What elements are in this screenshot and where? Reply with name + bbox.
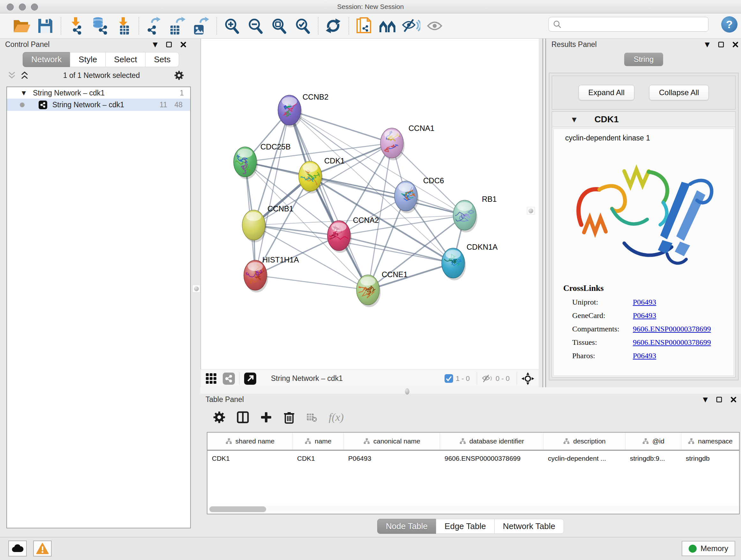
tab-node-table[interactable]: Node Table [377,519,436,534]
edge-HIST1H1A-CCNE1[interactable] [255,275,368,290]
tab-edge-table[interactable]: Edge Table [436,519,495,534]
tab-network[interactable]: Network [23,52,70,67]
column-header-database-identifier[interactable]: database identifier [440,433,543,450]
close-panel-icon[interactable] [180,42,186,48]
edge-CDKN1A-CCNE1[interactable] [368,263,453,290]
warning-status-button[interactable] [33,541,52,557]
crosslink-link[interactable]: 9606.ENSP00000378699 [633,325,711,333]
add-column-icon[interactable] [260,412,272,423]
function-builder-button[interactable]: f(x) [329,411,344,423]
show-columns-icon[interactable] [237,411,249,423]
show-all-button[interactable] [425,16,444,36]
node-CCNA1[interactable] [381,128,405,160]
tab-network-table[interactable]: Network Table [494,519,564,534]
zoom-in-button[interactable] [222,16,241,36]
network-collection-row[interactable]: ▼ String Network – cdk1 1 [7,87,190,99]
edge-CCNB2-CCNE1[interactable] [289,110,368,290]
horizontal-splitter[interactable] [200,387,741,394]
node-RB1[interactable] [447,200,477,233]
export-image-button[interactable] [192,16,211,36]
right-splitter-grip[interactable] [527,207,535,214]
column-header-canonical-name[interactable]: canonical name [344,433,440,450]
refresh-button[interactable] [324,16,343,36]
close-panel-icon[interactable] [731,396,737,402]
scrollbar-thumb[interactable] [209,506,266,512]
crosslink-link[interactable]: 9606.ENSP00000378699 [633,338,711,347]
open-session-button[interactable] [12,16,31,36]
right-splitter[interactable] [542,39,546,387]
network-row-selected[interactable]: String Network – cdk1 11 48 [7,99,190,111]
network-thumbnail-icon[interactable] [223,373,235,385]
search-field[interactable] [549,17,709,32]
edge-CCNB2-CCNA1[interactable] [289,110,392,143]
float-panel-icon[interactable] [716,396,722,402]
table-cell[interactable]: stringdb:9... [625,450,681,466]
crosslink-link[interactable]: P06493 [633,352,656,360]
tab-sets[interactable]: Sets [145,52,179,67]
expand-all-icon[interactable] [20,71,29,79]
float-panel-icon[interactable] [718,42,724,48]
float-panel-icon[interactable] [166,42,172,48]
node-CCNB2[interactable] [278,95,302,127]
column-header-shared-name[interactable]: shared name [207,433,293,450]
table-horizontal-scrollbar[interactable] [208,505,738,513]
collapse-all-icon[interactable] [8,71,16,79]
node-CCNA2[interactable] [326,221,352,253]
detach-view-icon[interactable] [244,373,256,385]
edge-CCNB1-CCNA2[interactable] [254,225,339,236]
import-table-button[interactable] [114,16,133,36]
zoom-out-button[interactable] [246,16,265,36]
export-table-button[interactable] [168,16,187,36]
panel-menu-caret-icon[interactable]: ▼ [153,41,158,48]
expand-all-button[interactable]: Expand All [579,85,634,100]
cascade-windows-button[interactable] [378,16,397,36]
tab-string[interactable]: String [624,53,664,66]
save-session-button[interactable] [36,16,55,36]
search-input[interactable] [562,18,708,30]
table-options-gear-icon[interactable] [213,411,225,423]
table-row[interactable]: CDK1CDK1P064939606.ENSP00000378699cyclin… [207,450,739,466]
close-panel-icon[interactable] [732,42,738,48]
crosslink-link[interactable]: P06493 [633,298,656,307]
column-header-@id[interactable]: @id [625,433,681,450]
node-HIST1H1A[interactable] [244,260,269,293]
hide-selected-button[interactable] [401,16,421,36]
fit-content-button[interactable] [269,16,288,36]
import-network-file-button[interactable] [66,16,85,36]
node-CCNB1[interactable] [242,210,266,242]
network-options-gear-icon[interactable] [174,71,184,80]
duplicate-network-button[interactable] [354,16,374,36]
section-expander-icon[interactable]: ▼ [572,116,577,123]
left-splitter[interactable] [200,39,201,369]
gene-section-header[interactable]: ▼ CDK1 [552,112,735,127]
import-network-database-button[interactable] [90,16,109,36]
crosslink-link[interactable]: P06493 [633,311,656,320]
cloud-status-button[interactable] [8,541,27,557]
clear-table-icon[interactable] [307,413,317,422]
delete-column-icon[interactable] [283,411,295,424]
edge-CCNB2-RB1[interactable] [289,110,465,215]
zoom-selected-button[interactable] [293,16,312,36]
panel-menu-caret-icon[interactable]: ▼ [705,41,710,48]
network-graph[interactable]: CCNB2CCNA1CDC25BCDK1CDC6RB1CCNB1CCNA2CDK… [201,39,539,369]
tab-select[interactable]: Select [105,52,145,67]
column-header-namespace[interactable]: namespace [681,433,739,450]
network-view-canvas[interactable]: CCNB2CCNA1CDC25BCDK1CDC6RB1CCNB1CCNA2CDK… [201,39,539,369]
collapse-all-button[interactable]: Collapse All [649,85,709,100]
edge-CDC25B-CDC6[interactable] [245,162,406,196]
column-header-description[interactable]: description [543,433,625,450]
export-network-button[interactable] [144,16,163,36]
table-cell[interactable]: cyclin-dependent ... [543,450,625,466]
panel-menu-caret-icon[interactable]: ▼ [703,395,708,403]
column-header-name[interactable]: name [293,433,344,450]
grid-view-icon[interactable] [205,373,217,384]
table-cell[interactable]: stringdb [681,450,739,466]
node-CCNE1[interactable] [356,275,381,307]
table-cell[interactable]: CDK1 [207,450,293,466]
tab-style[interactable]: Style [70,52,106,67]
table-cell[interactable]: P06493 [344,450,440,466]
hidden-items-icon[interactable] [482,374,493,383]
left-splitter-grip[interactable] [192,285,200,293]
tree-expander-icon[interactable]: ▼ [22,90,26,96]
node-CDKN1A[interactable] [442,248,466,280]
